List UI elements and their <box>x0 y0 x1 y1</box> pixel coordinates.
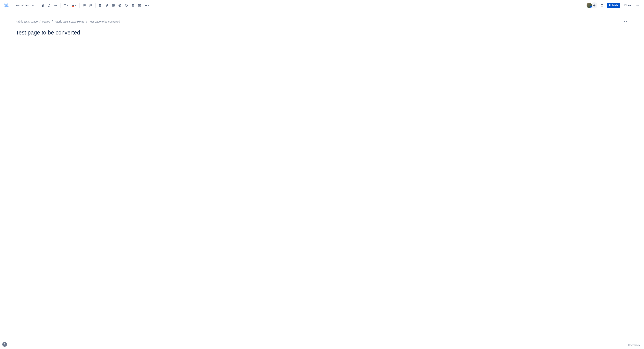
bold-button[interactable] <box>40 2 46 8</box>
table-button[interactable] <box>130 2 136 8</box>
svg-rect-18 <box>138 4 139 6</box>
action-item-button[interactable] <box>97 2 103 8</box>
feedback-button[interactable]: Feedback <box>628 344 640 347</box>
more-formatting-button[interactable] <box>52 2 59 8</box>
close-button[interactable]: Close <box>622 3 633 8</box>
confluence-icon <box>4 3 8 8</box>
svg-text:3: 3 <box>90 5 90 6</box>
alignment-button[interactable] <box>62 2 70 8</box>
page-title[interactable]: Test page to be converted <box>0 25 644 36</box>
italic-icon <box>48 4 50 7</box>
breadcrumb-row: Fabric tests space / Pages / Fabric test… <box>0 18 644 25</box>
svg-point-22 <box>638 5 638 6</box>
breadcrumb-separator: / <box>52 20 52 23</box>
mention-button[interactable] <box>117 2 123 8</box>
svg-rect-17 <box>132 4 134 6</box>
svg-point-1 <box>55 5 56 6</box>
toolbar-left-group: Normal text <box>11 2 151 8</box>
svg-rect-20 <box>601 5 603 7</box>
chevron-down-icon <box>32 4 34 6</box>
bullet-list-button[interactable] <box>81 2 87 8</box>
content-area: Fabric tests space / Pages / Fabric test… <box>0 11 644 113</box>
checkbox-icon <box>99 4 102 7</box>
layouts-button[interactable] <box>136 2 142 8</box>
separator <box>60 3 60 8</box>
chevron-down-icon <box>67 5 68 6</box>
plus-icon <box>145 4 147 6</box>
text-color-button[interactable] <box>70 2 78 8</box>
mention-icon <box>118 4 121 7</box>
svg-point-14 <box>125 4 128 6</box>
restrictions-button[interactable] <box>599 2 605 8</box>
text-style-label: Normal text <box>16 4 29 7</box>
publish-button[interactable]: Publish <box>606 3 620 8</box>
avatar-badge: G <box>590 6 592 8</box>
svg-point-21 <box>637 5 637 6</box>
svg-point-2 <box>56 5 57 6</box>
layouts-icon <box>138 4 141 7</box>
svg-rect-19 <box>140 4 141 6</box>
more-actions-button[interactable] <box>635 2 641 8</box>
breadcrumb-item[interactable]: Test page to be converted <box>89 20 120 23</box>
bold-icon <box>41 4 44 7</box>
separator <box>38 3 38 8</box>
breadcrumb-separator: / <box>40 20 40 23</box>
numbered-list-icon: 1 2 3 <box>90 4 92 6</box>
collapse-width-button[interactable] <box>622 18 628 25</box>
table-icon <box>132 4 134 7</box>
emoji-icon <box>125 4 128 7</box>
toolbar-right-group: G Publish Close <box>586 2 642 8</box>
svg-point-15 <box>126 5 126 5</box>
text-color-icon <box>72 4 74 7</box>
link-button[interactable] <box>104 2 110 8</box>
italic-button[interactable] <box>46 2 52 8</box>
emoji-button[interactable] <box>123 2 130 8</box>
more-horizontal-icon <box>54 5 57 6</box>
text-style-dropdown[interactable]: Normal text <box>14 3 36 8</box>
breadcrumb-item[interactable]: Fabric tests space <box>16 20 38 23</box>
align-left-icon <box>64 4 66 6</box>
user-avatar[interactable]: G <box>586 2 592 8</box>
numbered-list-button[interactable]: 1 2 3 <box>88 2 94 8</box>
svg-point-3 <box>83 4 84 5</box>
avatar-group: G <box>586 2 597 8</box>
link-icon <box>106 4 108 7</box>
chevron-down-icon <box>75 5 76 6</box>
svg-point-4 <box>83 5 84 6</box>
svg-point-12 <box>119 4 121 6</box>
unlock-icon <box>600 4 604 7</box>
editor-toolbar: Normal text <box>0 0 644 11</box>
confluence-logo[interactable] <box>4 3 8 8</box>
image-button[interactable] <box>110 2 116 8</box>
svg-point-5 <box>83 6 84 6</box>
insert-button[interactable] <box>143 2 151 8</box>
image-icon <box>112 4 115 7</box>
chevron-down-icon <box>148 5 149 6</box>
more-horizontal-icon <box>636 5 639 6</box>
breadcrumb: Fabric tests space / Pages / Fabric test… <box>16 20 120 23</box>
svg-point-0 <box>54 5 55 6</box>
svg-point-16 <box>126 5 127 5</box>
plus-icon <box>593 4 596 7</box>
editor-body[interactable] <box>0 36 644 113</box>
collapse-icon <box>624 20 627 23</box>
breadcrumb-item[interactable]: Pages <box>42 20 50 23</box>
breadcrumb-item[interactable]: Fabric tests space Home <box>54 20 84 23</box>
breadcrumb-separator: / <box>86 20 87 23</box>
help-button[interactable]: ? <box>2 342 7 347</box>
bullet-list-icon <box>83 4 86 6</box>
svg-point-23 <box>638 5 639 6</box>
